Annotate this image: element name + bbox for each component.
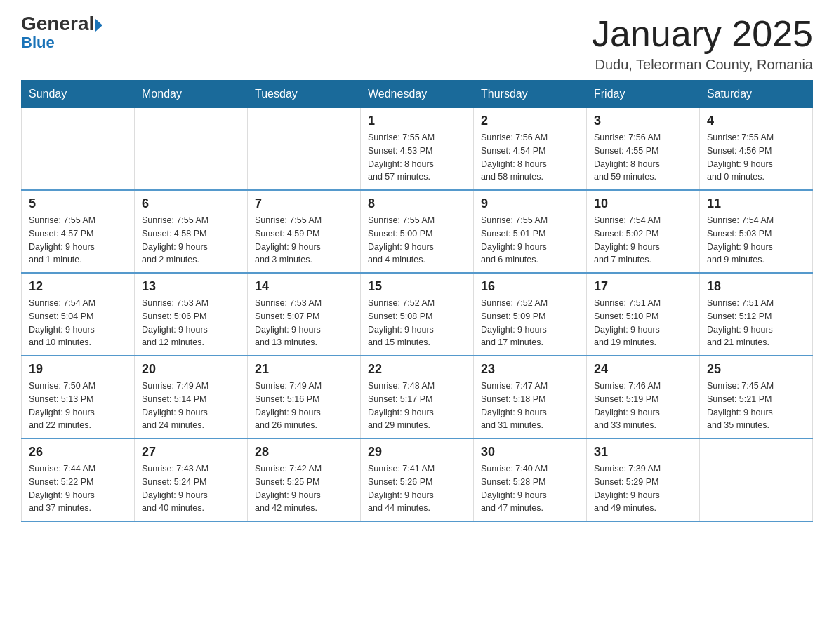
header-friday: Friday: [587, 81, 700, 108]
day-info: Sunrise: 7:51 AM Sunset: 5:10 PM Dayligh…: [594, 297, 692, 349]
calendar-cell-w5-d3: 28Sunrise: 7:42 AM Sunset: 5:25 PM Dayli…: [248, 438, 361, 521]
day-number: 4: [707, 114, 805, 128]
day-info: Sunrise: 7:44 AM Sunset: 5:22 PM Dayligh…: [29, 462, 127, 515]
logo-blue-text: Blue: [21, 35, 55, 51]
calendar-cell-w5-d2: 27Sunrise: 7:43 AM Sunset: 5:24 PM Dayli…: [135, 438, 248, 521]
day-info: Sunrise: 7:51 AM Sunset: 5:12 PM Dayligh…: [707, 297, 805, 349]
week-row-5: 26Sunrise: 7:44 AM Sunset: 5:22 PM Dayli…: [22, 438, 813, 521]
day-number: 22: [368, 362, 466, 377]
logo-arrow-icon: [95, 19, 102, 32]
day-info: Sunrise: 7:53 AM Sunset: 5:07 PM Dayligh…: [255, 297, 353, 349]
day-number: 5: [29, 196, 127, 211]
week-row-3: 12Sunrise: 7:54 AM Sunset: 5:04 PM Dayli…: [22, 273, 813, 356]
calendar-cell-w3-d6: 17Sunrise: 7:51 AM Sunset: 5:10 PM Dayli…: [587, 273, 700, 356]
day-info: Sunrise: 7:55 AM Sunset: 5:01 PM Dayligh…: [481, 214, 579, 267]
day-number: 7: [255, 196, 353, 211]
day-info: Sunrise: 7:47 AM Sunset: 5:18 PM Dayligh…: [481, 380, 579, 432]
calendar-cell-w3-d5: 16Sunrise: 7:52 AM Sunset: 5:09 PM Dayli…: [474, 273, 587, 356]
day-number: 13: [142, 279, 240, 294]
day-info: Sunrise: 7:42 AM Sunset: 5:25 PM Dayligh…: [255, 462, 353, 515]
day-info: Sunrise: 7:52 AM Sunset: 5:08 PM Dayligh…: [368, 297, 466, 349]
page-header: General Blue January 2025 Dudu, Teleorma…: [21, 14, 813, 73]
day-number: 21: [255, 362, 353, 377]
calendar-cell-w1-d3: [248, 108, 361, 191]
day-number: 16: [481, 279, 579, 294]
calendar-cell-w5-d4: 29Sunrise: 7:41 AM Sunset: 5:26 PM Dayli…: [361, 438, 474, 521]
day-number: 3: [594, 114, 692, 128]
day-number: 24: [594, 362, 692, 377]
calendar-body: 1Sunrise: 7:55 AM Sunset: 4:53 PM Daylig…: [22, 108, 813, 522]
day-number: 30: [481, 445, 579, 459]
day-number: 6: [142, 196, 240, 211]
calendar-cell-w2-d1: 5Sunrise: 7:55 AM Sunset: 4:57 PM Daylig…: [22, 190, 135, 273]
day-number: 11: [707, 196, 805, 211]
calendar-cell-w3-d4: 15Sunrise: 7:52 AM Sunset: 5:08 PM Dayli…: [361, 273, 474, 356]
day-number: 15: [368, 279, 466, 294]
header-monday: Monday: [135, 81, 248, 108]
calendar-cell-w5-d6: 31Sunrise: 7:39 AM Sunset: 5:29 PM Dayli…: [587, 438, 700, 521]
day-number: 29: [368, 445, 466, 459]
calendar-cell-w3-d1: 12Sunrise: 7:54 AM Sunset: 5:04 PM Dayli…: [22, 273, 135, 356]
calendar-cell-w5-d5: 30Sunrise: 7:40 AM Sunset: 5:28 PM Dayli…: [474, 438, 587, 521]
calendar-cell-w5-d1: 26Sunrise: 7:44 AM Sunset: 5:22 PM Dayli…: [22, 438, 135, 521]
day-number: 9: [481, 196, 579, 211]
day-info: Sunrise: 7:54 AM Sunset: 5:02 PM Dayligh…: [594, 214, 692, 267]
calendar-cell-w2-d3: 7Sunrise: 7:55 AM Sunset: 4:59 PM Daylig…: [248, 190, 361, 273]
calendar-cell-w3-d3: 14Sunrise: 7:53 AM Sunset: 5:07 PM Dayli…: [248, 273, 361, 356]
day-number: 28: [255, 445, 353, 459]
day-info: Sunrise: 7:56 AM Sunset: 4:54 PM Dayligh…: [481, 131, 579, 184]
day-number: 25: [707, 362, 805, 377]
day-number: 10: [594, 196, 692, 211]
header-wednesday: Wednesday: [361, 81, 474, 108]
day-number: 18: [707, 279, 805, 294]
day-number: 8: [368, 196, 466, 211]
day-info: Sunrise: 7:56 AM Sunset: 4:55 PM Dayligh…: [594, 131, 692, 184]
header-sunday: Sunday: [22, 81, 135, 108]
day-info: Sunrise: 7:39 AM Sunset: 5:29 PM Dayligh…: [594, 462, 692, 515]
calendar-cell-w4-d7: 25Sunrise: 7:45 AM Sunset: 5:21 PM Dayli…: [700, 356, 813, 438]
day-info: Sunrise: 7:54 AM Sunset: 5:03 PM Dayligh…: [707, 214, 805, 267]
calendar-cell-w5-d7: [700, 438, 813, 521]
calendar-cell-w3-d2: 13Sunrise: 7:53 AM Sunset: 5:06 PM Dayli…: [135, 273, 248, 356]
logo: General Blue: [21, 14, 102, 51]
day-info: Sunrise: 7:54 AM Sunset: 5:04 PM Dayligh…: [29, 297, 127, 349]
calendar-cell-w1-d1: [22, 108, 135, 191]
calendar-cell-w2-d4: 8Sunrise: 7:55 AM Sunset: 5:00 PM Daylig…: [361, 190, 474, 273]
day-number: 19: [29, 362, 127, 377]
day-number: 14: [255, 279, 353, 294]
day-info: Sunrise: 7:53 AM Sunset: 5:06 PM Dayligh…: [142, 297, 240, 349]
day-info: Sunrise: 7:50 AM Sunset: 5:13 PM Dayligh…: [29, 380, 127, 432]
calendar-table: Sunday Monday Tuesday Wednesday Thursday…: [21, 80, 813, 522]
calendar-cell-w4-d3: 21Sunrise: 7:49 AM Sunset: 5:16 PM Dayli…: [248, 356, 361, 438]
calendar-cell-w2-d6: 10Sunrise: 7:54 AM Sunset: 5:02 PM Dayli…: [587, 190, 700, 273]
header-thursday: Thursday: [474, 81, 587, 108]
month-year-title: January 2025: [592, 14, 813, 54]
day-info: Sunrise: 7:55 AM Sunset: 4:56 PM Dayligh…: [707, 131, 805, 184]
day-number: 31: [594, 445, 692, 459]
day-number: 20: [142, 362, 240, 377]
calendar-cell-w4-d6: 24Sunrise: 7:46 AM Sunset: 5:19 PM Dayli…: [587, 356, 700, 438]
day-number: 2: [481, 114, 579, 128]
day-info: Sunrise: 7:52 AM Sunset: 5:09 PM Dayligh…: [481, 297, 579, 349]
day-info: Sunrise: 7:55 AM Sunset: 4:53 PM Dayligh…: [368, 131, 466, 184]
day-info: Sunrise: 7:46 AM Sunset: 5:19 PM Dayligh…: [594, 380, 692, 432]
day-info: Sunrise: 7:49 AM Sunset: 5:14 PM Dayligh…: [142, 380, 240, 432]
day-info: Sunrise: 7:55 AM Sunset: 5:00 PM Dayligh…: [368, 214, 466, 267]
day-number: 23: [481, 362, 579, 377]
calendar-header: Sunday Monday Tuesday Wednesday Thursday…: [22, 81, 813, 108]
calendar-cell-w2-d5: 9Sunrise: 7:55 AM Sunset: 5:01 PM Daylig…: [474, 190, 587, 273]
day-number: 17: [594, 279, 692, 294]
day-info: Sunrise: 7:40 AM Sunset: 5:28 PM Dayligh…: [481, 462, 579, 515]
week-row-4: 19Sunrise: 7:50 AM Sunset: 5:13 PM Dayli…: [22, 356, 813, 438]
header-row: Sunday Monday Tuesday Wednesday Thursday…: [22, 81, 813, 108]
day-info: Sunrise: 7:55 AM Sunset: 4:57 PM Dayligh…: [29, 214, 127, 267]
calendar-cell-w1-d5: 2Sunrise: 7:56 AM Sunset: 4:54 PM Daylig…: [474, 108, 587, 191]
calendar-cell-w1-d4: 1Sunrise: 7:55 AM Sunset: 4:53 PM Daylig…: [361, 108, 474, 191]
calendar-cell-w4-d5: 23Sunrise: 7:47 AM Sunset: 5:18 PM Dayli…: [474, 356, 587, 438]
week-row-2: 5Sunrise: 7:55 AM Sunset: 4:57 PM Daylig…: [22, 190, 813, 273]
day-info: Sunrise: 7:49 AM Sunset: 5:16 PM Dayligh…: [255, 380, 353, 432]
calendar-cell-w4-d2: 20Sunrise: 7:49 AM Sunset: 5:14 PM Dayli…: [135, 356, 248, 438]
day-number: 26: [29, 445, 127, 459]
day-number: 12: [29, 279, 127, 294]
calendar-cell-w3-d7: 18Sunrise: 7:51 AM Sunset: 5:12 PM Dayli…: [700, 273, 813, 356]
